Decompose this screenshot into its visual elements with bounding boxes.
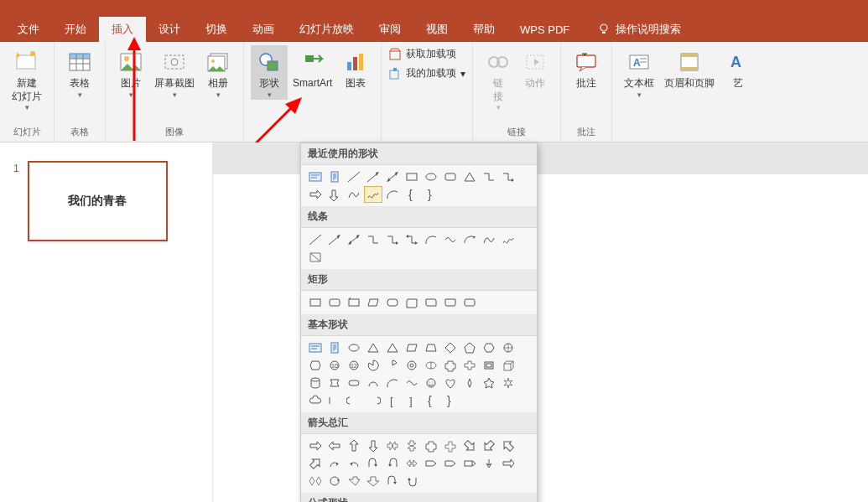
- shape-option[interactable]: [345, 392, 363, 409]
- tab-animation[interactable]: 动画: [240, 17, 287, 42]
- tab-slideshow[interactable]: 幻灯片放映: [287, 17, 366, 42]
- shape-option[interactable]: [403, 357, 421, 374]
- shape-option[interactable]: }: [441, 392, 460, 409]
- shape-option[interactable]: [383, 375, 402, 391]
- shape-option[interactable]: [441, 294, 460, 311]
- shape-option[interactable]: [383, 437, 402, 454]
- shape-option[interactable]: [306, 392, 325, 409]
- shape-option[interactable]: [460, 339, 479, 356]
- shape-option[interactable]: [403, 437, 421, 454]
- shape-option[interactable]: [460, 231, 479, 248]
- shape-option[interactable]: [345, 186, 363, 203]
- shape-option[interactable]: [383, 294, 402, 311]
- shape-option[interactable]: [364, 231, 382, 248]
- shape-option[interactable]: [306, 249, 325, 266]
- textbox-button[interactable]: A 文本框 ▾: [619, 45, 659, 100]
- shape-option[interactable]: [422, 375, 440, 391]
- shape-option[interactable]: [345, 473, 363, 489]
- shape-option[interactable]: [325, 168, 344, 185]
- shape-option[interactable]: [383, 339, 402, 356]
- my-addins-button[interactable]: 我的加载项 ▾: [388, 66, 465, 80]
- shape-option[interactable]: [480, 339, 498, 356]
- shape-option[interactable]: [364, 168, 382, 185]
- shape-option[interactable]: [325, 339, 344, 356]
- shape-option[interactable]: [325, 294, 344, 311]
- shape-option[interactable]: [345, 437, 363, 454]
- shape-option[interactable]: [499, 357, 517, 374]
- shape-option[interactable]: [403, 375, 421, 391]
- shape-option[interactable]: [499, 231, 517, 248]
- shape-option[interactable]: [306, 168, 325, 185]
- shape-option[interactable]: [364, 455, 382, 472]
- shape-option[interactable]: [306, 375, 325, 391]
- shape-option[interactable]: [364, 375, 382, 391]
- shape-option[interactable]: [460, 168, 479, 185]
- shape-option[interactable]: [325, 231, 344, 248]
- shape-option[interactable]: [499, 375, 517, 391]
- shape-option[interactable]: [383, 168, 402, 185]
- wordart-button[interactable]: A 艺: [720, 45, 756, 91]
- shape-option[interactable]: [441, 437, 460, 454]
- shape-option[interactable]: [325, 473, 344, 489]
- tab-wpspdf[interactable]: WPS PDF: [507, 17, 582, 42]
- shape-option[interactable]: [364, 357, 382, 374]
- shape-option[interactable]: [441, 357, 460, 374]
- chart-button[interactable]: 图表: [337, 45, 374, 91]
- shape-option[interactable]: [: [383, 392, 402, 409]
- shape-option[interactable]: {: [422, 392, 440, 409]
- tab-view[interactable]: 视图: [413, 17, 460, 42]
- shape-option[interactable]: [499, 455, 517, 472]
- shape-option[interactable]: [460, 357, 479, 374]
- tab-design[interactable]: 设计: [146, 17, 193, 42]
- shape-option[interactable]: ]: [403, 392, 421, 409]
- shape-option[interactable]: [480, 357, 498, 374]
- shape-option[interactable]: [383, 473, 402, 489]
- shape-option[interactable]: [441, 339, 460, 356]
- shape-option[interactable]: [480, 168, 498, 185]
- smartart-button[interactable]: SmartArt: [288, 45, 337, 91]
- shape-option[interactable]: [325, 455, 344, 472]
- get-addins-button[interactable]: 获取加载项: [388, 47, 465, 61]
- shape-option[interactable]: [345, 375, 363, 391]
- shape-option[interactable]: [480, 231, 498, 248]
- table-button[interactable]: 表格 ▾: [61, 45, 98, 100]
- shape-option[interactable]: [364, 294, 382, 311]
- shape-option[interactable]: [441, 231, 460, 248]
- picture-button[interactable]: 图片 ▾: [112, 45, 149, 100]
- shape-option[interactable]: [499, 339, 517, 356]
- tab-help[interactable]: 帮助: [460, 17, 507, 42]
- shape-option[interactable]: [325, 375, 344, 391]
- shape-option[interactable]: [325, 437, 344, 454]
- shape-option[interactable]: [422, 168, 440, 185]
- shape-option[interactable]: [441, 168, 460, 185]
- shape-option[interactable]: [422, 294, 440, 311]
- shapes-button[interactable]: 形状 ▾: [251, 45, 288, 100]
- new-slide-button[interactable]: 新建 幻灯片 ▾: [7, 45, 47, 113]
- shape-option[interactable]: [383, 357, 402, 374]
- header-footer-button[interactable]: 页眉和页脚: [659, 45, 720, 91]
- shape-option[interactable]: 10: [325, 357, 344, 374]
- screenshot-button[interactable]: 屏幕截图 ▾: [149, 45, 200, 100]
- shape-option[interactable]: [364, 473, 382, 489]
- shape-option[interactable]: [422, 437, 440, 454]
- slide-thumbnail[interactable]: 我们的青春: [28, 161, 168, 241]
- shape-option[interactable]: [383, 231, 402, 248]
- shape-option[interactable]: [306, 294, 325, 311]
- shape-option[interactable]: [403, 473, 421, 489]
- tell-me-search[interactable]: 操作说明搜索: [597, 22, 681, 37]
- shape-option[interactable]: [345, 168, 363, 185]
- tab-review[interactable]: 审阅: [366, 17, 413, 42]
- album-button[interactable]: 相册 ▾: [200, 45, 236, 100]
- tab-transition[interactable]: 切换: [193, 17, 240, 42]
- shape-option[interactable]: [306, 339, 325, 356]
- shape-option[interactable]: [306, 186, 325, 203]
- tab-home[interactable]: 开始: [52, 17, 99, 42]
- shape-option[interactable]: [480, 437, 498, 454]
- tab-insert[interactable]: 插入: [99, 17, 146, 42]
- shape-option[interactable]: [383, 455, 402, 472]
- shape-option[interactable]: [422, 231, 440, 248]
- shape-option[interactable]: [403, 231, 421, 248]
- shape-option[interactable]: [422, 339, 440, 356]
- shape-option[interactable]: [325, 186, 344, 203]
- shape-option[interactable]: [325, 392, 344, 409]
